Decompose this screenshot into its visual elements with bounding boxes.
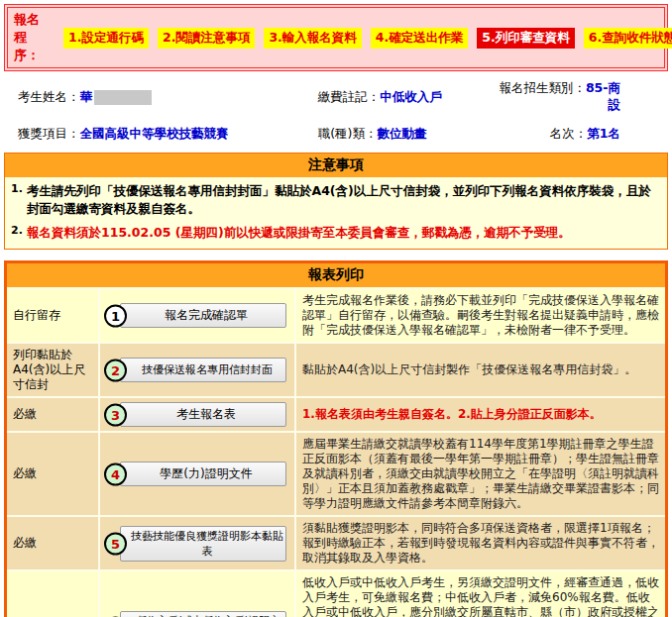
notice-body: 1. 考生請先列印「技優保送報名專用信封封面」黏貼於A4(含)以上尺寸信封袋，並…: [5, 177, 667, 249]
award-value: 全國高級中等學校技藝競賽: [80, 126, 229, 143]
payment-value: 中低收入戶: [380, 89, 442, 104]
candidate-info: 考生姓名：華 繳費註記：中低收入戶 報名招生類別：85-商設 獲獎項目：全國高級…: [10, 80, 662, 143]
job-type-value: 數位動畫: [377, 126, 426, 141]
candidate-name-value: 華: [80, 89, 93, 104]
rank-label: 名次：: [550, 126, 588, 141]
row-button-cell: 1 報名完成確認單: [98, 289, 296, 342]
notice-item-2-number: 2.: [11, 224, 27, 242]
print-button-low-income-certificate[interactable]: 低收入戶(或中低收入戶)證明文件影本: [120, 611, 286, 617]
row-description: 黏貼於A4(含)以上尺寸信封製作「技優保送報名專用信封袋」。: [296, 344, 665, 396]
row-button-cell: 4 學歷(力)證明文件: [98, 433, 296, 515]
award-field: 獲獎項目：全國高級中等學校技藝競賽: [10, 126, 310, 143]
table-row-award-paste-sheet: 必繳 5 技藝技能優良獲獎證明影本黏貼表 須黏貼獲獎證明影本，同時符合多項保送資…: [7, 515, 665, 569]
notice-title: 注意事項: [5, 154, 667, 177]
row-category: 必繳: [7, 433, 98, 515]
print-button-envelope-cover[interactable]: 技優保送報名專用信封封面: [120, 358, 286, 382]
candidate-name-label: 考生姓名：: [18, 89, 80, 104]
row-description: 低收入戶或中低收入戶考生，另須繳交證明文件，經審查通過，低收入戶考生，可免繳報名…: [296, 571, 665, 617]
procedure-step-2[interactable]: 2.閱讀注意事項: [158, 28, 255, 49]
table-row-envelope: 列印黏貼於A4(含)以上尺寸信封 2 技優保送報名專用信封封面 黏貼於A4(含)…: [7, 342, 665, 396]
procedure-step-6[interactable]: 6.查詢收件狀態: [584, 28, 672, 49]
row-description: 考生完成報名作業後，請務必下載並列印「完成技優保送入學報名確認單」自行留存，以備…: [296, 289, 665, 342]
rank-value: 第1名: [587, 126, 620, 141]
row-button-cell: 6 低收入戶(或中低收入戶)證明文件影本: [98, 571, 296, 617]
procedure-banner-inner: 報名程序： 1.設定通行碼 2.閱讀注意事項 3.輸入報名資料 4.確定送出作業…: [7, 7, 665, 68]
row-button-cell: 3 考生報名表: [98, 398, 296, 431]
step-circle-3: 3: [104, 403, 127, 426]
print-button-application-form[interactable]: 考生報名表: [120, 402, 286, 427]
notice-item-2: 2. 報名資料須於115.02.05 (星期四)前以快遞或限掛寄至本委員會審查，…: [11, 224, 659, 242]
print-button-confirmation-form[interactable]: 報名完成確認單: [120, 303, 286, 328]
print-button-education-certificate[interactable]: 學歷(力)證明文件: [120, 462, 286, 486]
job-type-label: 職(種)類：: [318, 126, 378, 141]
candidate-name-field: 考生姓名：華: [10, 89, 310, 106]
row-category: 必繳: [7, 517, 98, 569]
step-circle-4: 4: [104, 463, 127, 485]
row-category: 必繳: [7, 398, 98, 431]
step-circle-2: 2: [104, 359, 127, 381]
procedure-step-3[interactable]: 3.輸入報名資料: [264, 28, 361, 49]
payment-label: 繳費註記：: [318, 89, 381, 104]
procedure-step-4[interactable]: 4.確定送出作業: [371, 28, 468, 49]
report-title: 報表列印: [7, 263, 665, 287]
row-button-cell: 2 技優保送報名專用信封封面: [98, 344, 296, 396]
procedure-label: 報名程序：: [14, 11, 40, 64]
notice-section: 注意事項 1. 考生請先列印「技優保送報名專用信封封面」黏貼於A4(含)以上尺寸…: [4, 153, 668, 250]
procedure-step-1[interactable]: 1.設定通行碼: [63, 28, 149, 49]
table-row-low-income-cert: 選繳 6 低收入戶(或中低收入戶)證明文件影本 低收入戶或中低收入戶考生，另須繳…: [7, 569, 665, 617]
name-redaction: [94, 90, 152, 105]
table-row-education-cert: 必繳 4 學歷(力)證明文件 應屆畢業生請繳交就讀學校蓋有114學年度第1學期註…: [7, 431, 665, 515]
notice-item-1-number: 1.: [11, 182, 27, 218]
category-label: 報名招生類別：: [499, 80, 586, 95]
rank-field: 名次：第1名: [480, 126, 662, 143]
category-value: 85-商設: [586, 80, 620, 112]
step-circle-1: 1: [104, 304, 127, 327]
step-circle-5: 5: [104, 532, 127, 555]
award-label: 獲獎項目：: [18, 126, 80, 141]
report-print-table: 報表列印 自行留存 1 報名完成確認單 考生完成報名作業後，請務必下載並列印「完…: [4, 260, 668, 617]
row-description: 應屆畢業生請繳交就讀學校蓋有114學年度第1學期註冊章之學生證正反面影本（須蓋有…: [296, 433, 665, 515]
notice-item-2-text: 報名資料須於115.02.05 (星期四)前以快遞或限掛寄至本委員會審查，郵戳為…: [27, 224, 571, 242]
row-category: 列印黏貼於A4(含)以上尺寸信封: [7, 344, 98, 396]
table-row-self-keep: 自行留存 1 報名完成確認單 考生完成報名作業後，請務必下載並列印「完成技優保送…: [7, 287, 665, 342]
registration-page: 報名程序： 1.設定通行碼 2.閱讀注意事項 3.輸入報名資料 4.確定送出作業…: [0, 0, 672, 617]
table-row-application-form: 必繳 3 考生報名表 1.報名表須由考生親自簽名。2.貼上身分證正反面影本。: [7, 396, 665, 431]
print-button-award-paste-sheet[interactable]: 技藝技能優良獲獎證明影本黏貼表: [120, 526, 286, 562]
job-type-field: 職(種)類：數位動畫: [310, 126, 480, 143]
category-field: 報名招生類別：85-商設: [480, 80, 662, 114]
payment-field: 繳費註記：中低收入戶: [310, 89, 480, 106]
row-category: 自行留存: [7, 289, 98, 342]
row-category: 選繳: [7, 571, 98, 617]
notice-item-1-text: 考生請先列印「技優保送報名專用信封封面」黏貼於A4(含)以上尺寸信封袋，並列印下…: [27, 182, 659, 218]
procedure-banner: 報名程序： 1.設定通行碼 2.閱讀注意事項 3.輸入報名資料 4.確定送出作業…: [4, 4, 668, 71]
row-button-cell: 5 技藝技能優良獲獎證明影本黏貼表: [98, 517, 296, 569]
notice-item-1: 1. 考生請先列印「技優保送報名專用信封封面」黏貼於A4(含)以上尺寸信封袋，並…: [11, 182, 659, 218]
procedure-step-5-active[interactable]: 5.列印審查資料: [477, 28, 574, 49]
row-description: 1.報名表須由考生親自簽名。2.貼上身分證正反面影本。: [296, 398, 665, 431]
row-description: 須黏貼獲獎證明影本，同時符合多項保送資格者，限選擇1項報名；報到時繳驗正本，若報…: [296, 517, 665, 569]
